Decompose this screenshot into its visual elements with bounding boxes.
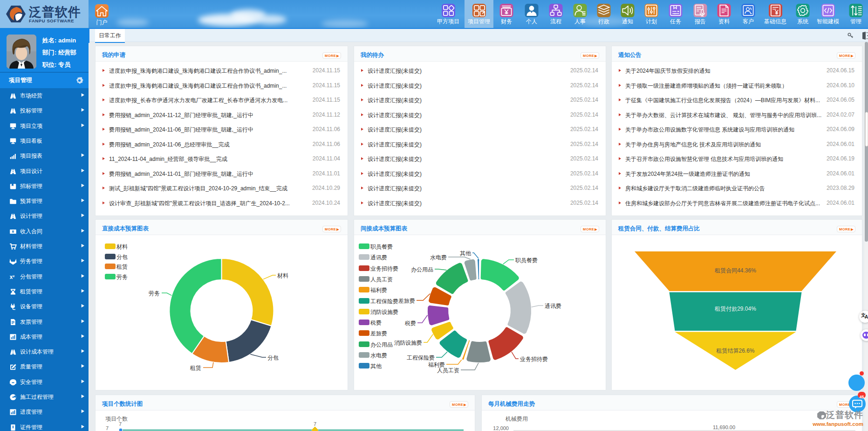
svg-text:x²: x² [10,274,15,280]
